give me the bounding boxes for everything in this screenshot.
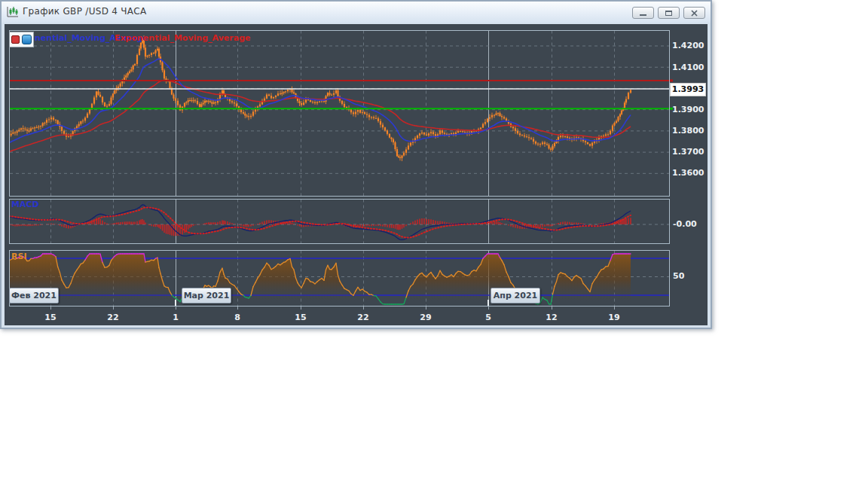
- minimize-button[interactable]: [632, 7, 654, 19]
- price-tick: 1.3800: [672, 126, 707, 136]
- rsi-axis-value: 50: [673, 271, 684, 281]
- time-tick: 22: [102, 313, 124, 322]
- time-tick: 22: [352, 313, 374, 322]
- legend-label-ema-red: Exponential_Moving_Average: [115, 33, 250, 43]
- maximize-button[interactable]: [658, 7, 680, 19]
- time-tick: 29: [414, 313, 437, 322]
- window-title: График GBP /USD 4 ЧАСА: [23, 6, 147, 17]
- indicator-legend-box: [9, 32, 34, 47]
- price-tick: 1.4100: [672, 63, 707, 72]
- price-tick: 1.3700: [672, 147, 707, 157]
- price-tick: 1.3900: [672, 105, 707, 114]
- month-marker-feb: Фев 2021: [9, 288, 59, 303]
- chart-client-area: [2, 23, 711, 328]
- price-tick: 1.4200: [672, 41, 707, 50]
- rsi-panel-label: RSI: [11, 252, 27, 261]
- macd-axis-value: -0.00: [673, 219, 697, 229]
- candlestick-chart-icon: [6, 5, 20, 19]
- time-tick: 15: [39, 313, 62, 322]
- time-tick: 8: [226, 313, 249, 322]
- ema-red-toggle-swatch[interactable]: [11, 35, 20, 44]
- window-controls: [632, 7, 705, 19]
- month-marker-apr: Апр 2021: [491, 288, 540, 303]
- current-price-box: 1.3993: [670, 83, 706, 96]
- month-marker-mar: Мар 2021: [182, 288, 231, 303]
- time-tick: 12: [540, 313, 563, 322]
- time-tick: 19: [603, 313, 625, 322]
- chart-plot-background[interactable]: [5, 24, 708, 325]
- time-tick: 1: [164, 313, 187, 322]
- macd-panel-label: MACD: [11, 200, 39, 209]
- time-tick: 15: [289, 313, 312, 322]
- ema-blue-toggle-swatch[interactable]: [22, 35, 32, 44]
- chart-window: График GBP /USD 4 ЧАСА Exponential_Movin…: [0, 0, 712, 329]
- window-titlebar[interactable]: График GBP /USD 4 ЧАСА: [2, 2, 711, 23]
- close-button[interactable]: [683, 7, 705, 19]
- price-tick: 1.3600: [672, 168, 707, 178]
- time-tick: 5: [477, 313, 500, 322]
